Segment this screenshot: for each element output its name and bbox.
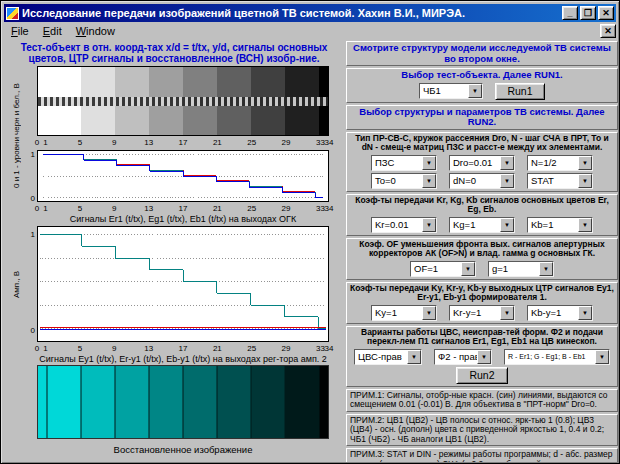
x-tick-label: 34 bbox=[325, 344, 334, 353]
left-panel: Тест-объект в отн. коорд-тах x/d = t/tx,… bbox=[4, 41, 344, 462]
chevron-down-icon[interactable]: ▼ bbox=[578, 218, 592, 232]
stripe-edge bbox=[284, 366, 286, 438]
window-title: Исследование передачи изображений цветно… bbox=[22, 7, 559, 19]
x-tick-label: 29 bbox=[282, 138, 291, 147]
x-tick-label: 1 bbox=[43, 344, 47, 353]
chevron-down-icon[interactable]: ▼ bbox=[539, 262, 553, 276]
combo-f2[interactable]: Ф2 - прав▼ bbox=[434, 349, 492, 365]
combo-dro[interactable]: Dro=0.01▼ bbox=[449, 155, 515, 171]
combo-test-object[interactable]: ЧБ1▼ bbox=[419, 83, 483, 99]
image-stripe bbox=[115, 366, 149, 438]
chevron-down-icon[interactable]: ▼ bbox=[477, 350, 491, 364]
x-tick-label: 21 bbox=[213, 204, 222, 213]
chevron-down-icon[interactable]: ▼ bbox=[422, 306, 436, 320]
left-panel-title: Тест-объект в отн. коорд-тах x/d = t/tx,… bbox=[6, 42, 342, 64]
combo-kg[interactable]: Kg=1▼ bbox=[449, 217, 515, 233]
series-Eb1 bbox=[43, 155, 324, 198]
combo-sensor-type[interactable]: ПЗС▼ bbox=[371, 155, 437, 171]
ctr-signals-caption: Сигналы Ey1 (t/tx), Er-y1 (t/tx), Eb-y1 … bbox=[37, 354, 329, 364]
combo-kry-value: Kr-y=1 bbox=[450, 306, 500, 320]
stripe-edge bbox=[80, 366, 82, 438]
combo-kry[interactable]: Kr-y=1▼ bbox=[449, 305, 515, 321]
combo-kr-value: Kr=0.01 bbox=[372, 218, 422, 232]
x-tick-label: 13 bbox=[144, 344, 153, 353]
chevron-down-icon[interactable]: ▼ bbox=[422, 174, 436, 188]
combo-n-value: N=1/2 bbox=[528, 156, 578, 170]
right-panel: Смотрите структуру модели исследуемой ТВ… bbox=[346, 41, 618, 462]
amplitude-axis-label: Амп., В bbox=[12, 226, 21, 342]
x-tick-label: 25 bbox=[247, 204, 256, 213]
rgb-signals-chart bbox=[37, 150, 329, 202]
combo-n[interactable]: N=1/2▼ bbox=[527, 155, 593, 171]
combo-cvs[interactable]: ЦВС-прав▼ bbox=[354, 349, 422, 365]
window-controls: _ ❐ ✕ bbox=[562, 6, 614, 20]
menu-items: FileEditWindow bbox=[4, 24, 122, 38]
krgb-params: Коэф-ты передачи Kr, Kg, Kb сигналов осн… bbox=[346, 194, 618, 236]
chevron-down-icon[interactable]: ▼ bbox=[468, 84, 482, 98]
y-tick-label: 1 bbox=[31, 149, 35, 158]
scan-line-band bbox=[38, 97, 328, 106]
cvs-params: Варианты работы ЦВС, неисправ-тей форм. … bbox=[346, 326, 618, 387]
combo-dn[interactable]: dN=0▼ bbox=[449, 173, 515, 189]
image-stripe bbox=[285, 366, 319, 438]
menu-file[interactable]: File bbox=[4, 24, 36, 38]
chevron-down-icon[interactable]: ▼ bbox=[500, 156, 514, 170]
note-2: ПРИМ.2: ЦВ1 (ЦВ2) - ЦВ полосы с относ. я… bbox=[346, 414, 618, 447]
chevron-down-icon[interactable]: ▼ bbox=[422, 156, 436, 170]
sensor-params-label: Тип ПР-СВ-С, кружок рассеяния Dro, N - ш… bbox=[350, 134, 614, 153]
stripe-edge bbox=[250, 366, 252, 438]
chevron-down-icon[interactable]: ▼ bbox=[422, 218, 436, 232]
menu-window[interactable]: Window bbox=[69, 24, 122, 38]
combo-kby[interactable]: Kb-y=1▼ bbox=[527, 305, 593, 321]
chevron-down-icon[interactable]: ▼ bbox=[578, 306, 592, 320]
app-icon bbox=[6, 7, 19, 20]
chevron-down-icon[interactable]: ▼ bbox=[578, 174, 592, 188]
x-tick-label: 25 bbox=[247, 138, 256, 147]
x-tick-label: 33 bbox=[316, 138, 325, 147]
combo-f2-value: Ф2 - прав bbox=[435, 350, 477, 364]
x-tick-label: 0 bbox=[35, 344, 39, 353]
x-tick-label: 5 bbox=[78, 204, 82, 213]
chevron-down-icon[interactable]: ▼ bbox=[578, 156, 592, 170]
x-tick-label: 29 bbox=[282, 344, 291, 353]
combo-g[interactable]: g=1▼ bbox=[488, 261, 554, 277]
child-close-icon[interactable]: ✕ bbox=[600, 24, 616, 38]
x-tick-label: 1 bbox=[43, 138, 47, 147]
x-tick-label: 13 bbox=[144, 204, 153, 213]
ky-params-label: Коэф-ты передачи Ky, Kr-y, Kb-y выходных… bbox=[350, 284, 614, 303]
combo-test-object-value: ЧБ1 bbox=[420, 84, 468, 98]
combo-kr[interactable]: Kr=0.01▼ bbox=[371, 217, 437, 233]
close-icon[interactable]: ✕ bbox=[598, 6, 614, 20]
combo-p1[interactable]: R - Er1; G - Eg1; B - Eb1▼ bbox=[504, 349, 610, 365]
combo-kb[interactable]: Kb=1▼ bbox=[527, 217, 593, 233]
combo-of[interactable]: OF=1▼ bbox=[410, 261, 476, 277]
of-gamma-params: Коэф. OF уменьшения фронта вых. сигналов… bbox=[346, 238, 618, 280]
chevron-down-icon[interactable]: ▼ bbox=[500, 306, 514, 320]
title-bar: Исследование передачи изображений цветно… bbox=[4, 4, 616, 22]
x-tick-label: 1 bbox=[43, 204, 47, 213]
x-tick-label: 9 bbox=[112, 138, 116, 147]
chevron-down-icon[interactable]: ▼ bbox=[595, 350, 609, 364]
app-window: Исследование передачи изображений цветно… bbox=[0, 0, 620, 464]
combo-ky[interactable]: Ky=1▼ bbox=[371, 305, 437, 321]
chevron-down-icon[interactable]: ▼ bbox=[500, 174, 514, 188]
restored-image-caption: Восстановленное изображение bbox=[37, 444, 329, 455]
chevron-down-icon[interactable]: ▼ bbox=[461, 262, 475, 276]
combo-cvs-value: ЦВС-прав bbox=[355, 350, 407, 364]
intro-note-label: Смотрите структуру модели исследуемой ТВ… bbox=[350, 43, 614, 64]
combo-to[interactable]: To=0▼ bbox=[371, 173, 437, 189]
run1-button[interactable]: Run1 bbox=[495, 83, 545, 100]
menu-edit[interactable]: Edit bbox=[36, 24, 69, 38]
image-stripe bbox=[217, 366, 251, 438]
note-1: ПРИМ.1: Сигналы, отобр-ные красн. (син) … bbox=[346, 389, 618, 412]
combo-mode[interactable]: STAT▼ bbox=[527, 173, 593, 189]
maximize-icon[interactable]: ❐ bbox=[580, 6, 596, 20]
run2-button[interactable]: Run2 bbox=[456, 367, 508, 384]
stripe-edge bbox=[46, 366, 48, 438]
combo-g-value: g=1 bbox=[489, 262, 539, 276]
minimize-icon[interactable]: _ bbox=[562, 6, 578, 20]
chevron-down-icon[interactable]: ▼ bbox=[407, 350, 421, 364]
chevron-down-icon[interactable]: ▼ bbox=[500, 218, 514, 232]
test-object-select: Выбор тест-объекта. Далее RUN1.ЧБ1▼Run1 bbox=[346, 68, 618, 103]
y-tick-label: 1 bbox=[31, 229, 35, 238]
